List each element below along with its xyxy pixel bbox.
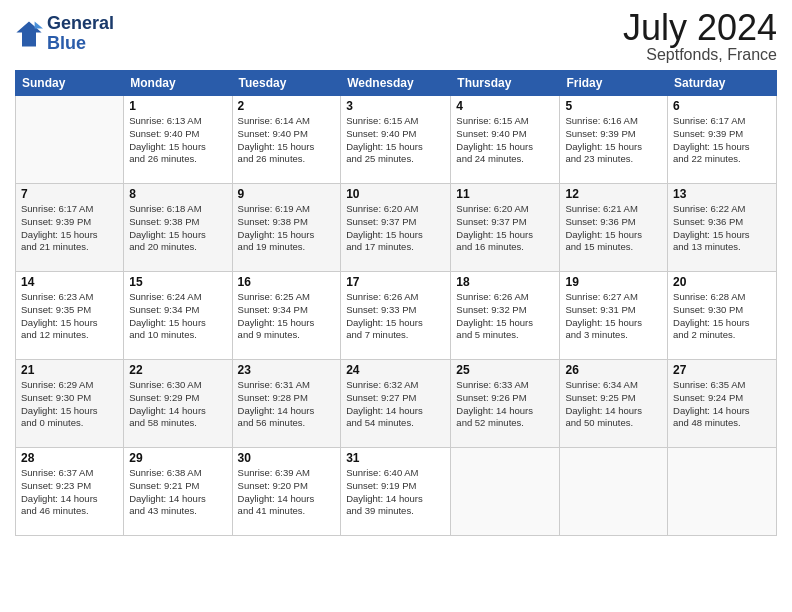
calendar-cell: 29Sunrise: 6:38 AM Sunset: 9:21 PM Dayli… [124,448,232,536]
logo-line2: Blue [47,34,114,54]
day-header-tuesday: Tuesday [232,71,341,96]
calendar-cell: 11Sunrise: 6:20 AM Sunset: 9:37 PM Dayli… [451,184,560,272]
calendar-cell: 24Sunrise: 6:32 AM Sunset: 9:27 PM Dayli… [341,360,451,448]
calendar-table: SundayMondayTuesdayWednesdayThursdayFrid… [15,70,777,536]
day-number: 19 [565,275,662,289]
calendar-cell: 13Sunrise: 6:22 AM Sunset: 9:36 PM Dayli… [668,184,777,272]
day-info: Sunrise: 6:25 AM Sunset: 9:34 PM Dayligh… [238,291,336,342]
calendar-cell: 3Sunrise: 6:15 AM Sunset: 9:40 PM Daylig… [341,96,451,184]
calendar-cell: 4Sunrise: 6:15 AM Sunset: 9:40 PM Daylig… [451,96,560,184]
day-number: 30 [238,451,336,465]
calendar-cell: 22Sunrise: 6:30 AM Sunset: 9:29 PM Dayli… [124,360,232,448]
calendar-cell: 30Sunrise: 6:39 AM Sunset: 9:20 PM Dayli… [232,448,341,536]
day-number: 17 [346,275,445,289]
calendar-cell: 2Sunrise: 6:14 AM Sunset: 9:40 PM Daylig… [232,96,341,184]
calendar-cell [668,448,777,536]
day-number: 14 [21,275,118,289]
day-info: Sunrise: 6:23 AM Sunset: 9:35 PM Dayligh… [21,291,118,342]
day-info: Sunrise: 6:15 AM Sunset: 9:40 PM Dayligh… [456,115,554,166]
day-info: Sunrise: 6:13 AM Sunset: 9:40 PM Dayligh… [129,115,226,166]
calendar-cell: 7Sunrise: 6:17 AM Sunset: 9:39 PM Daylig… [16,184,124,272]
day-info: Sunrise: 6:39 AM Sunset: 9:20 PM Dayligh… [238,467,336,518]
calendar-cell: 8Sunrise: 6:18 AM Sunset: 9:38 PM Daylig… [124,184,232,272]
calendar-cell: 28Sunrise: 6:37 AM Sunset: 9:23 PM Dayli… [16,448,124,536]
day-info: Sunrise: 6:40 AM Sunset: 9:19 PM Dayligh… [346,467,445,518]
calendar-cell: 16Sunrise: 6:25 AM Sunset: 9:34 PM Dayli… [232,272,341,360]
day-info: Sunrise: 6:17 AM Sunset: 9:39 PM Dayligh… [21,203,118,254]
day-info: Sunrise: 6:20 AM Sunset: 9:37 PM Dayligh… [456,203,554,254]
day-number: 16 [238,275,336,289]
day-info: Sunrise: 6:20 AM Sunset: 9:37 PM Dayligh… [346,203,445,254]
day-info: Sunrise: 6:38 AM Sunset: 9:21 PM Dayligh… [129,467,226,518]
calendar-cell: 9Sunrise: 6:19 AM Sunset: 9:38 PM Daylig… [232,184,341,272]
day-info: Sunrise: 6:22 AM Sunset: 9:36 PM Dayligh… [673,203,771,254]
svg-marker-1 [35,21,43,28]
day-info: Sunrise: 6:18 AM Sunset: 9:38 PM Dayligh… [129,203,226,254]
day-number: 15 [129,275,226,289]
day-number: 7 [21,187,118,201]
day-number: 22 [129,363,226,377]
logo-icon [15,20,43,48]
day-info: Sunrise: 6:28 AM Sunset: 9:30 PM Dayligh… [673,291,771,342]
day-info: Sunrise: 6:35 AM Sunset: 9:24 PM Dayligh… [673,379,771,430]
calendar-cell [451,448,560,536]
day-number: 20 [673,275,771,289]
day-number: 18 [456,275,554,289]
calendar-cell: 20Sunrise: 6:28 AM Sunset: 9:30 PM Dayli… [668,272,777,360]
day-info: Sunrise: 6:34 AM Sunset: 9:25 PM Dayligh… [565,379,662,430]
day-info: Sunrise: 6:29 AM Sunset: 9:30 PM Dayligh… [21,379,118,430]
location-title: Septfonds, France [623,46,777,64]
calendar-cell: 18Sunrise: 6:26 AM Sunset: 9:32 PM Dayli… [451,272,560,360]
page-container: General Blue July 2024 Septfonds, France… [0,0,792,546]
calendar-cell: 15Sunrise: 6:24 AM Sunset: 9:34 PM Dayli… [124,272,232,360]
day-header-thursday: Thursday [451,71,560,96]
day-number: 23 [238,363,336,377]
calendar-cell: 12Sunrise: 6:21 AM Sunset: 9:36 PM Dayli… [560,184,668,272]
calendar-cell: 19Sunrise: 6:27 AM Sunset: 9:31 PM Dayli… [560,272,668,360]
day-info: Sunrise: 6:14 AM Sunset: 9:40 PM Dayligh… [238,115,336,166]
day-info: Sunrise: 6:33 AM Sunset: 9:26 PM Dayligh… [456,379,554,430]
logo: General Blue [15,14,114,54]
day-number: 6 [673,99,771,113]
calendar-cell [560,448,668,536]
day-number: 29 [129,451,226,465]
calendar-cell: 10Sunrise: 6:20 AM Sunset: 9:37 PM Dayli… [341,184,451,272]
calendar-header-row: SundayMondayTuesdayWednesdayThursdayFrid… [16,71,777,96]
calendar-week-4: 21Sunrise: 6:29 AM Sunset: 9:30 PM Dayli… [16,360,777,448]
day-number: 11 [456,187,554,201]
day-info: Sunrise: 6:17 AM Sunset: 9:39 PM Dayligh… [673,115,771,166]
calendar-cell: 27Sunrise: 6:35 AM Sunset: 9:24 PM Dayli… [668,360,777,448]
header: General Blue July 2024 Septfonds, France [15,10,777,64]
day-header-wednesday: Wednesday [341,71,451,96]
day-info: Sunrise: 6:19 AM Sunset: 9:38 PM Dayligh… [238,203,336,254]
day-number: 25 [456,363,554,377]
calendar-week-3: 14Sunrise: 6:23 AM Sunset: 9:35 PM Dayli… [16,272,777,360]
day-info: Sunrise: 6:15 AM Sunset: 9:40 PM Dayligh… [346,115,445,166]
day-number: 26 [565,363,662,377]
calendar-week-5: 28Sunrise: 6:37 AM Sunset: 9:23 PM Dayli… [16,448,777,536]
day-header-sunday: Sunday [16,71,124,96]
day-info: Sunrise: 6:26 AM Sunset: 9:32 PM Dayligh… [456,291,554,342]
day-info: Sunrise: 6:16 AM Sunset: 9:39 PM Dayligh… [565,115,662,166]
day-number: 12 [565,187,662,201]
day-info: Sunrise: 6:26 AM Sunset: 9:33 PM Dayligh… [346,291,445,342]
calendar-cell: 25Sunrise: 6:33 AM Sunset: 9:26 PM Dayli… [451,360,560,448]
day-number: 21 [21,363,118,377]
logo-line1: General [47,14,114,34]
day-info: Sunrise: 6:27 AM Sunset: 9:31 PM Dayligh… [565,291,662,342]
day-header-saturday: Saturday [668,71,777,96]
day-number: 24 [346,363,445,377]
day-header-monday: Monday [124,71,232,96]
calendar-cell: 17Sunrise: 6:26 AM Sunset: 9:33 PM Dayli… [341,272,451,360]
calendar-cell: 21Sunrise: 6:29 AM Sunset: 9:30 PM Dayli… [16,360,124,448]
day-info: Sunrise: 6:24 AM Sunset: 9:34 PM Dayligh… [129,291,226,342]
calendar-cell: 23Sunrise: 6:31 AM Sunset: 9:28 PM Dayli… [232,360,341,448]
day-info: Sunrise: 6:31 AM Sunset: 9:28 PM Dayligh… [238,379,336,430]
day-info: Sunrise: 6:32 AM Sunset: 9:27 PM Dayligh… [346,379,445,430]
day-info: Sunrise: 6:30 AM Sunset: 9:29 PM Dayligh… [129,379,226,430]
calendar-cell: 14Sunrise: 6:23 AM Sunset: 9:35 PM Dayli… [16,272,124,360]
calendar-week-1: 1Sunrise: 6:13 AM Sunset: 9:40 PM Daylig… [16,96,777,184]
day-number: 2 [238,99,336,113]
day-number: 4 [456,99,554,113]
calendar-week-2: 7Sunrise: 6:17 AM Sunset: 9:39 PM Daylig… [16,184,777,272]
